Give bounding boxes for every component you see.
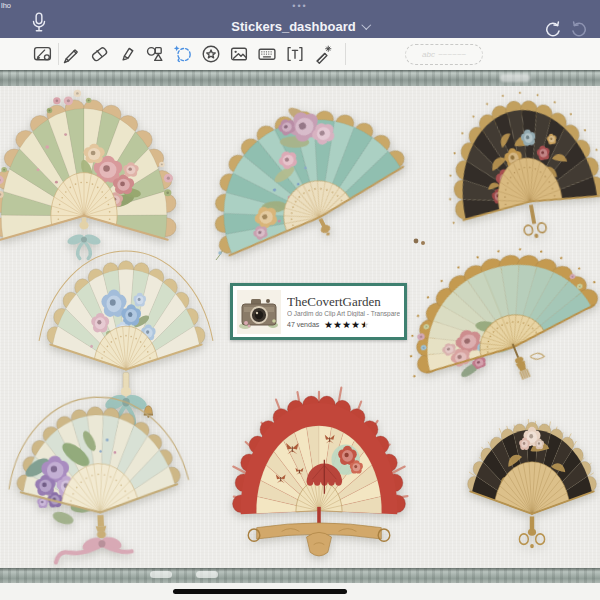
chevron-down-icon — [362, 20, 372, 30]
redo-button[interactable] — [572, 21, 588, 37]
sales-count: 47 vendas — [287, 321, 319, 328]
keyboard-tool-icon[interactable] — [257, 44, 277, 64]
lasso-tool-icon[interactable] — [173, 44, 193, 64]
shapes-tool-icon[interactable] — [145, 44, 165, 64]
navbar: ••• lho Stickers_dashboard — [0, 0, 600, 38]
stickers-tool-icon[interactable] — [201, 44, 221, 64]
editor-settings-icon[interactable] — [33, 44, 53, 64]
star-rating: ★★★★★ ★★★★★ — [324, 320, 369, 329]
microphone-icon[interactable] — [31, 12, 47, 34]
sticker-fan-cream-sage[interactable] — [0, 94, 176, 266]
text-tool-icon[interactable] — [285, 44, 305, 64]
page-title: Stickers_dashboard — [231, 19, 355, 34]
home-indicator — [173, 589, 347, 594]
highlighter-tool-icon[interactable] — [117, 44, 137, 64]
image-tool-icon[interactable] — [229, 44, 249, 64]
toolbar-divider — [58, 43, 59, 65]
eraser-tool-icon[interactable] — [89, 44, 109, 64]
document-title-dropdown[interactable]: Stickers_dashboard — [231, 19, 368, 34]
tablet-bottom-edge — [0, 568, 600, 583]
app-screen: ••• lho Stickers_dashboard — [0, 0, 600, 600]
toolbar: abc ~~~~~~ — [0, 38, 600, 71]
hint-text: abc — [422, 50, 435, 59]
more-options-dots[interactable]: ••• — [0, 1, 600, 11]
sticker-fan-black-gold-small[interactable] — [458, 404, 600, 574]
sparkle-icon — [174, 45, 180, 51]
handwriting-hint-area: abc ~~~~~~ — [405, 44, 483, 65]
tablet-bezel — [0, 583, 600, 600]
seed-sprig-decoration — [412, 236, 428, 248]
hint-squiggle: ~~~~~~ — [438, 50, 466, 59]
stars-fill: ★★★★★ — [324, 320, 365, 329]
shop-name: TheCovertGarden — [287, 295, 400, 309]
cut-off-text: lho — [1, 1, 11, 10]
sticker-fan-red-butterfly[interactable] — [230, 388, 408, 572]
sticker-fan-ivory-lilac[interactable] — [5, 393, 192, 582]
pen-tool-icon[interactable] — [61, 44, 81, 64]
notes-canvas[interactable]: TheCovertGarden O Jardim do Clip Art Dig… — [0, 86, 600, 568]
shop-tagline: O Jardim do Clip Art Digital - Transpare… — [287, 310, 400, 317]
undo-button[interactable] — [544, 21, 560, 37]
